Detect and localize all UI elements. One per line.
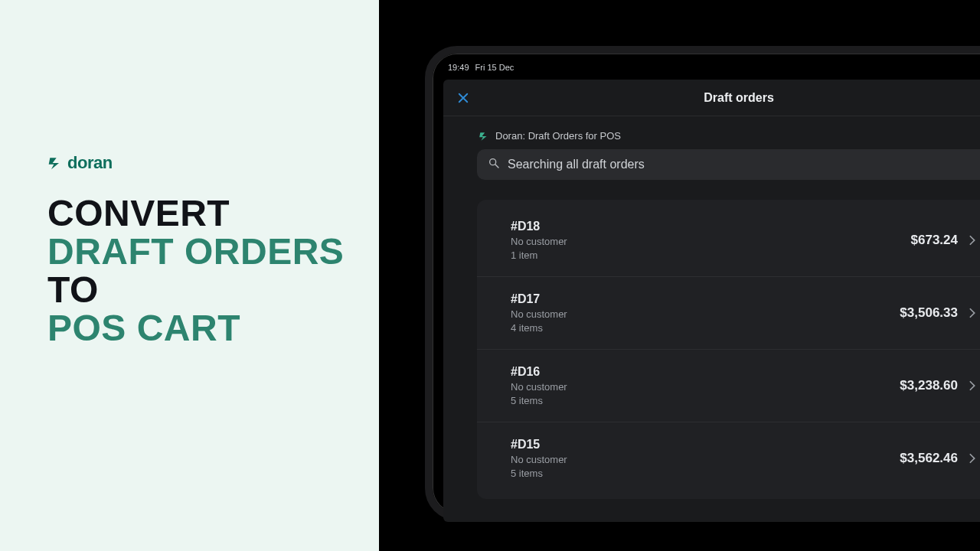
device-panel: 19:49 Fri 15 Dec 76% <box>379 0 980 551</box>
svg-point-1 <box>490 159 496 165</box>
order-customer: No customer <box>511 381 567 393</box>
order-row[interactable]: #D17 No customer 4 items $3,506.33 <box>477 276 980 349</box>
close-button[interactable] <box>456 90 471 106</box>
chevron-right-icon <box>969 453 976 464</box>
headline-line: DRAFT ORDERS <box>47 233 379 271</box>
app-header: Draft orders <box>443 80 980 116</box>
chevron-right-icon <box>969 308 976 318</box>
order-items: 4 items <box>511 322 567 334</box>
doran-logo-icon <box>47 155 63 171</box>
search-input[interactable] <box>508 158 980 171</box>
order-customer: No customer <box>511 236 567 247</box>
order-items: 1 item <box>511 249 567 261</box>
app-subtitle-row: Doran: Draft Orders for POS <box>479 130 980 142</box>
headline-line: CONVERT <box>47 194 379 233</box>
search-bar[interactable] <box>477 149 980 180</box>
brand-name: doran <box>67 153 113 173</box>
search-icon <box>488 157 500 172</box>
chevron-right-icon <box>969 235 976 246</box>
headline-line: TO <box>47 271 379 309</box>
order-id: #D18 <box>511 220 567 233</box>
order-amount: $673.24 <box>911 233 958 248</box>
order-id: #D16 <box>511 365 567 379</box>
chevron-right-icon <box>969 380 976 391</box>
order-row[interactable]: #D18 No customer 1 item $673.24 <box>477 204 980 276</box>
order-amount: $3,238.60 <box>900 378 958 393</box>
order-id: #D15 <box>511 438 567 452</box>
app-subtitle: Doran: Draft Orders for POS <box>495 130 621 142</box>
order-items: 5 items <box>511 395 567 406</box>
headline-line: POS CART <box>47 309 379 347</box>
svg-line-2 <box>495 165 498 168</box>
order-amount: $3,562.46 <box>900 451 958 466</box>
brand: doran <box>47 153 379 173</box>
tablet-frame: 19:49 Fri 15 Dec 76% <box>425 46 980 520</box>
order-customer: No customer <box>511 308 567 320</box>
status-date: Fri 15 Dec <box>475 63 514 72</box>
order-id: #D17 <box>511 292 567 306</box>
marketing-panel: doran CONVERT DRAFT ORDERS TO POS CART <box>0 0 379 551</box>
headline: CONVERT DRAFT ORDERS TO POS CART <box>47 194 379 347</box>
order-customer: No customer <box>511 454 567 465</box>
pos-app: Draft orders Doran: Draft Orders for POS <box>443 80 980 522</box>
app-title: Draft orders <box>443 91 980 105</box>
status-time: 19:49 <box>448 63 469 72</box>
order-amount: $3,506.33 <box>900 305 958 321</box>
order-items: 5 items <box>511 468 567 479</box>
doran-mini-icon <box>479 131 489 142</box>
status-bar: 19:49 Fri 15 Dec 76% <box>443 60 980 80</box>
orders-list: #D18 No customer 1 item $673.24 <box>477 200 980 499</box>
order-row[interactable]: #D15 No customer 5 items $3,562.46 <box>477 422 980 494</box>
order-row[interactable]: #D16 No customer 5 items $3,238.60 <box>477 349 980 422</box>
close-icon <box>456 91 470 105</box>
